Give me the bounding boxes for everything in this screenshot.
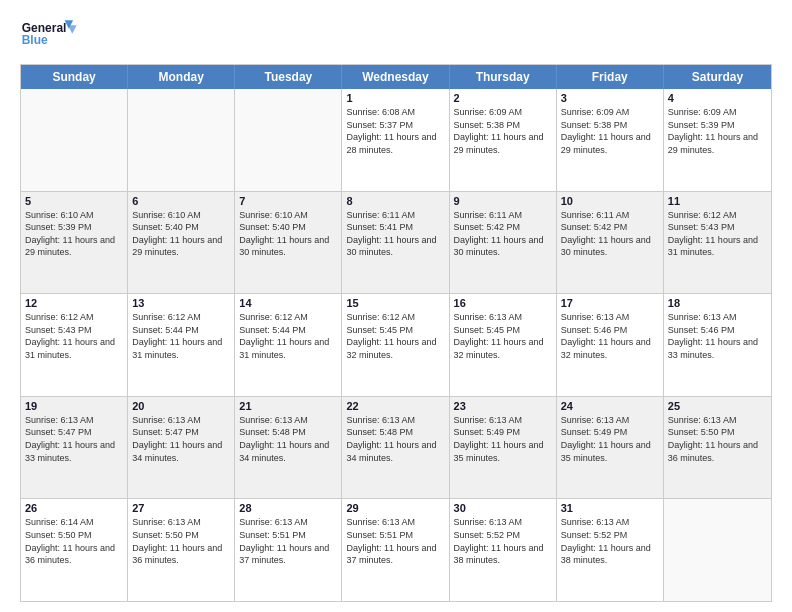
day-number: 12 (25, 297, 123, 309)
day-number: 29 (346, 502, 444, 514)
calendar-cell: 24Sunrise: 6:13 AM Sunset: 5:49 PM Dayli… (557, 397, 664, 499)
day-details: Sunrise: 6:13 AM Sunset: 5:50 PM Dayligh… (132, 516, 230, 566)
calendar-cell: 19Sunrise: 6:13 AM Sunset: 5:47 PM Dayli… (21, 397, 128, 499)
weekday-header-tuesday: Tuesday (235, 65, 342, 89)
calendar-cell: 9Sunrise: 6:11 AM Sunset: 5:42 PM Daylig… (450, 192, 557, 294)
calendar-cell (21, 89, 128, 191)
day-details: Sunrise: 6:11 AM Sunset: 5:42 PM Dayligh… (454, 209, 552, 259)
calendar-cell: 16Sunrise: 6:13 AM Sunset: 5:45 PM Dayli… (450, 294, 557, 396)
weekday-header-sunday: Sunday (21, 65, 128, 89)
calendar-cell: 28Sunrise: 6:13 AM Sunset: 5:51 PM Dayli… (235, 499, 342, 601)
day-details: Sunrise: 6:13 AM Sunset: 5:46 PM Dayligh… (668, 311, 767, 361)
calendar-cell: 8Sunrise: 6:11 AM Sunset: 5:41 PM Daylig… (342, 192, 449, 294)
day-details: Sunrise: 6:10 AM Sunset: 5:40 PM Dayligh… (239, 209, 337, 259)
day-details: Sunrise: 6:11 AM Sunset: 5:41 PM Dayligh… (346, 209, 444, 259)
day-details: Sunrise: 6:13 AM Sunset: 5:50 PM Dayligh… (668, 414, 767, 464)
weekday-header-saturday: Saturday (664, 65, 771, 89)
day-details: Sunrise: 6:09 AM Sunset: 5:39 PM Dayligh… (668, 106, 767, 156)
day-details: Sunrise: 6:09 AM Sunset: 5:38 PM Dayligh… (454, 106, 552, 156)
day-number: 16 (454, 297, 552, 309)
calendar-cell: 21Sunrise: 6:13 AM Sunset: 5:48 PM Dayli… (235, 397, 342, 499)
calendar-cell (128, 89, 235, 191)
calendar-cell: 5Sunrise: 6:10 AM Sunset: 5:39 PM Daylig… (21, 192, 128, 294)
calendar-row-1: 5Sunrise: 6:10 AM Sunset: 5:39 PM Daylig… (21, 191, 771, 294)
calendar: SundayMondayTuesdayWednesdayThursdayFrid… (20, 64, 772, 602)
day-number: 11 (668, 195, 767, 207)
calendar-row-0: 1Sunrise: 6:08 AM Sunset: 5:37 PM Daylig… (21, 89, 771, 191)
day-details: Sunrise: 6:10 AM Sunset: 5:39 PM Dayligh… (25, 209, 123, 259)
day-number: 23 (454, 400, 552, 412)
day-details: Sunrise: 6:14 AM Sunset: 5:50 PM Dayligh… (25, 516, 123, 566)
page: General Blue SundayMondayTuesdayWednesda… (0, 0, 792, 612)
header: General Blue (20, 16, 772, 56)
calendar-cell (235, 89, 342, 191)
calendar-cell: 1Sunrise: 6:08 AM Sunset: 5:37 PM Daylig… (342, 89, 449, 191)
day-number: 31 (561, 502, 659, 514)
day-number: 8 (346, 195, 444, 207)
day-number: 3 (561, 92, 659, 104)
day-details: Sunrise: 6:09 AM Sunset: 5:38 PM Dayligh… (561, 106, 659, 156)
day-details: Sunrise: 6:13 AM Sunset: 5:52 PM Dayligh… (561, 516, 659, 566)
logo: General Blue (20, 16, 80, 56)
calendar-cell: 3Sunrise: 6:09 AM Sunset: 5:38 PM Daylig… (557, 89, 664, 191)
day-number: 2 (454, 92, 552, 104)
calendar-cell: 15Sunrise: 6:12 AM Sunset: 5:45 PM Dayli… (342, 294, 449, 396)
calendar-cell: 11Sunrise: 6:12 AM Sunset: 5:43 PM Dayli… (664, 192, 771, 294)
day-number: 20 (132, 400, 230, 412)
day-number: 5 (25, 195, 123, 207)
logo-svg: General Blue (20, 16, 80, 56)
day-details: Sunrise: 6:10 AM Sunset: 5:40 PM Dayligh… (132, 209, 230, 259)
day-number: 14 (239, 297, 337, 309)
day-number: 21 (239, 400, 337, 412)
calendar-row-2: 12Sunrise: 6:12 AM Sunset: 5:43 PM Dayli… (21, 293, 771, 396)
calendar-cell: 13Sunrise: 6:12 AM Sunset: 5:44 PM Dayli… (128, 294, 235, 396)
day-number: 22 (346, 400, 444, 412)
calendar-cell (664, 499, 771, 601)
calendar-cell: 6Sunrise: 6:10 AM Sunset: 5:40 PM Daylig… (128, 192, 235, 294)
calendar-cell: 31Sunrise: 6:13 AM Sunset: 5:52 PM Dayli… (557, 499, 664, 601)
weekday-header-wednesday: Wednesday (342, 65, 449, 89)
day-number: 15 (346, 297, 444, 309)
day-details: Sunrise: 6:12 AM Sunset: 5:44 PM Dayligh… (239, 311, 337, 361)
weekday-header-friday: Friday (557, 65, 664, 89)
calendar-cell: 27Sunrise: 6:13 AM Sunset: 5:50 PM Dayli… (128, 499, 235, 601)
day-details: Sunrise: 6:13 AM Sunset: 5:46 PM Dayligh… (561, 311, 659, 361)
day-number: 19 (25, 400, 123, 412)
day-number: 17 (561, 297, 659, 309)
day-number: 6 (132, 195, 230, 207)
day-details: Sunrise: 6:12 AM Sunset: 5:43 PM Dayligh… (668, 209, 767, 259)
day-number: 10 (561, 195, 659, 207)
day-number: 13 (132, 297, 230, 309)
day-number: 4 (668, 92, 767, 104)
calendar-cell: 14Sunrise: 6:12 AM Sunset: 5:44 PM Dayli… (235, 294, 342, 396)
day-details: Sunrise: 6:13 AM Sunset: 5:48 PM Dayligh… (346, 414, 444, 464)
day-details: Sunrise: 6:12 AM Sunset: 5:45 PM Dayligh… (346, 311, 444, 361)
calendar-cell: 7Sunrise: 6:10 AM Sunset: 5:40 PM Daylig… (235, 192, 342, 294)
calendar-cell: 10Sunrise: 6:11 AM Sunset: 5:42 PM Dayli… (557, 192, 664, 294)
day-number: 25 (668, 400, 767, 412)
day-details: Sunrise: 6:12 AM Sunset: 5:43 PM Dayligh… (25, 311, 123, 361)
day-details: Sunrise: 6:13 AM Sunset: 5:51 PM Dayligh… (346, 516, 444, 566)
weekday-header-monday: Monday (128, 65, 235, 89)
calendar-cell: 29Sunrise: 6:13 AM Sunset: 5:51 PM Dayli… (342, 499, 449, 601)
day-details: Sunrise: 6:13 AM Sunset: 5:52 PM Dayligh… (454, 516, 552, 566)
day-number: 26 (25, 502, 123, 514)
calendar-cell: 18Sunrise: 6:13 AM Sunset: 5:46 PM Dayli… (664, 294, 771, 396)
day-number: 28 (239, 502, 337, 514)
calendar-row-3: 19Sunrise: 6:13 AM Sunset: 5:47 PM Dayli… (21, 396, 771, 499)
day-number: 18 (668, 297, 767, 309)
day-number: 9 (454, 195, 552, 207)
day-number: 30 (454, 502, 552, 514)
day-details: Sunrise: 6:13 AM Sunset: 5:49 PM Dayligh… (454, 414, 552, 464)
day-number: 1 (346, 92, 444, 104)
day-details: Sunrise: 6:11 AM Sunset: 5:42 PM Dayligh… (561, 209, 659, 259)
day-details: Sunrise: 6:12 AM Sunset: 5:44 PM Dayligh… (132, 311, 230, 361)
day-details: Sunrise: 6:08 AM Sunset: 5:37 PM Dayligh… (346, 106, 444, 156)
calendar-cell: 25Sunrise: 6:13 AM Sunset: 5:50 PM Dayli… (664, 397, 771, 499)
calendar-cell: 4Sunrise: 6:09 AM Sunset: 5:39 PM Daylig… (664, 89, 771, 191)
calendar-cell: 30Sunrise: 6:13 AM Sunset: 5:52 PM Dayli… (450, 499, 557, 601)
calendar-cell: 17Sunrise: 6:13 AM Sunset: 5:46 PM Dayli… (557, 294, 664, 396)
svg-marker-3 (68, 25, 77, 34)
day-details: Sunrise: 6:13 AM Sunset: 5:47 PM Dayligh… (25, 414, 123, 464)
calendar-cell: 12Sunrise: 6:12 AM Sunset: 5:43 PM Dayli… (21, 294, 128, 396)
